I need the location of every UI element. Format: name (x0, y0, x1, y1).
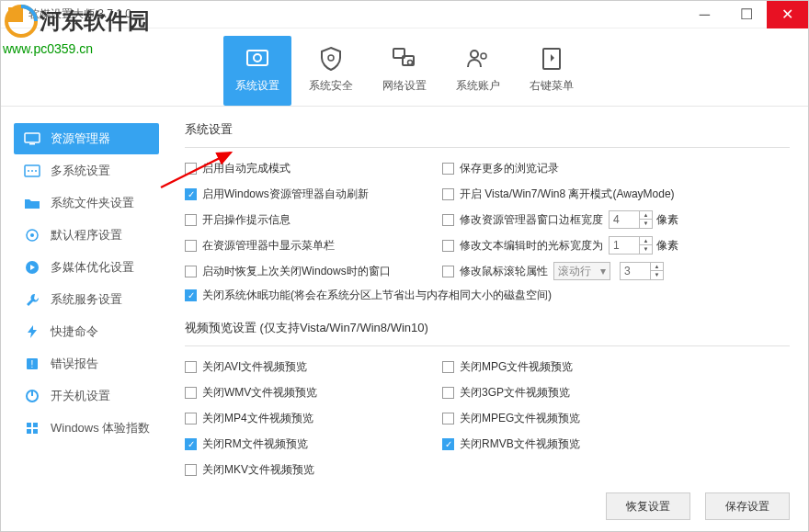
svg-rect-26 (33, 429, 38, 434)
opt-awaymode[interactable]: 开启 Vista/Win7/Win8 离开模式(AwayMode) (442, 185, 790, 203)
report-icon: ! (23, 357, 41, 371)
svg-rect-1 (247, 51, 268, 65)
opt-mpg[interactable]: 关闭MPG文件视频预览 (442, 357, 580, 376)
power-icon (23, 389, 41, 403)
save-button[interactable]: 保存设置 (705, 492, 790, 520)
tab-system-security[interactable]: 系统安全 (297, 36, 365, 106)
close-button[interactable]: ✕ (767, 1, 808, 28)
border-width-input[interactable]: 4▲▼ (609, 210, 653, 229)
opt-autorefresh[interactable]: ✓启用Windows资源管理器自动刷新 (185, 185, 442, 203)
sidebar-item-services[interactable]: 系统服务设置 (14, 284, 159, 315)
tab-system-accounts[interactable]: 系统账户 (444, 36, 512, 106)
svg-point-8 (481, 53, 486, 59)
sidebar-item-defaultapps[interactable]: 默认程序设置 (14, 220, 159, 251)
opt-mkv[interactable]: 关闭MKV文件视频预览 (185, 460, 442, 479)
opt-avi[interactable]: 关闭AVI文件视频预览 (185, 357, 442, 376)
tab-network-settings[interactable]: 网络设置 (370, 36, 439, 106)
svg-point-14 (31, 170, 33, 172)
opt-menubar[interactable]: 在资源管理器中显示菜单栏 (185, 236, 442, 255)
windows-icon (23, 421, 41, 436)
sidebar-item-sysfolders[interactable]: 系统文件夹设置 (14, 187, 159, 219)
wrench-icon (23, 292, 41, 307)
maximize-button[interactable]: ☐ (725, 1, 767, 28)
svg-text:!: ! (31, 359, 34, 369)
opt-borderwidth[interactable]: 修改资源管理器窗口边框宽度4▲▼像素 (442, 210, 790, 229)
sidebar-item-winindex[interactable]: Windows 体验指数 (14, 413, 159, 444)
window-title: 软媒设置大师 3.7.1.0 (28, 6, 684, 22)
sidebar: 资源管理器 多系统设置 系统文件夹设置 默认程序设置 多媒体优化设置 系统服务设… (1, 107, 166, 531)
opt-autocomplete[interactable]: 启用自动完成模式 (185, 159, 442, 177)
svg-point-13 (28, 170, 29, 172)
gear-icon (242, 43, 273, 74)
sidebar-item-multisystem[interactable]: 多系统设置 (14, 155, 159, 187)
sidebar-item-shortcuts[interactable]: 快捷命令 (14, 316, 159, 347)
svg-point-17 (30, 233, 34, 237)
svg-rect-11 (29, 143, 35, 145)
minimize-button[interactable]: ─ (684, 1, 725, 28)
svg-point-7 (471, 51, 478, 58)
opt-morehistory[interactable]: 保存更多的浏览记录 (442, 159, 790, 177)
scroll-mode-select[interactable]: 滚动行 (553, 262, 610, 280)
network-icon (389, 43, 420, 74)
main-panel: 系统设置 启用自动完成模式 ✓启用Windows资源管理器自动刷新 开启操作提示… (166, 107, 808, 531)
grid-icon (23, 164, 41, 178)
divider (185, 147, 790, 148)
app-icon (8, 7, 23, 22)
opt-3gp[interactable]: 关闭3GP文件视频预览 (442, 383, 580, 402)
top-nav: 系统设置 系统安全 网络设置 系统账户 右键菜单 (1, 28, 808, 107)
bolt-icon (23, 324, 41, 339)
opt-rmvb[interactable]: ✓关闭RMVB文件视频预览 (442, 435, 580, 453)
svg-rect-23 (27, 423, 31, 427)
opt-disable-hibernate[interactable]: ✓关闭系统休眠功能(将会在系统分区上节省出与内存相同大小的磁盘空间) (185, 288, 790, 303)
opt-rm[interactable]: ✓关闭RM文件视频预览 (185, 435, 442, 453)
sidebar-item-explorer[interactable]: 资源管理器 (14, 123, 159, 154)
monitor-icon (23, 131, 41, 146)
media-icon (23, 260, 41, 275)
opt-mp4[interactable]: 关闭MP4文件视频预览 (185, 409, 442, 427)
menu-icon (536, 43, 567, 74)
titlebar: 软媒设置大师 3.7.1.0 ─ ☐ ✕ (1, 1, 808, 28)
restore-button[interactable]: 恢复设置 (606, 492, 690, 520)
opt-tips[interactable]: 开启操作提示信息 (185, 210, 442, 229)
tab-context-menu[interactable]: 右键菜单 (518, 36, 586, 106)
users-icon (462, 43, 494, 74)
sidebar-item-errors[interactable]: !错误报告 (14, 348, 159, 379)
sidebar-item-power[interactable]: 开关机设置 (14, 380, 159, 412)
shield-icon (315, 43, 347, 74)
svg-rect-24 (33, 423, 38, 427)
tab-system-settings[interactable]: 系统设置 (223, 36, 291, 106)
opt-scrollwheel[interactable]: 修改鼠标滚轮属性滚动行3▲▼ (442, 262, 790, 280)
opt-wmv[interactable]: 关闭WMV文件视频预览 (185, 383, 442, 402)
opt-mpeg[interactable]: 关闭MPEG文件视频预览 (442, 409, 580, 427)
divider (185, 345, 790, 346)
svg-point-3 (328, 55, 334, 61)
opt-cursorwidth[interactable]: 修改文本编辑时的光标宽度为1▲▼像素 (442, 236, 790, 255)
svg-rect-10 (25, 133, 40, 142)
folder-icon (23, 196, 41, 210)
opt-restorewins[interactable]: 启动时恢复上次关闭Windows时的窗口 (185, 262, 442, 280)
svg-point-15 (35, 170, 37, 172)
gear-small-icon (23, 228, 41, 243)
svg-rect-25 (27, 429, 31, 434)
sidebar-item-multimedia[interactable]: 多媒体优化设置 (14, 252, 159, 283)
section-title-system: 系统设置 (185, 121, 790, 138)
cursor-width-input[interactable]: 1▲▼ (609, 236, 653, 255)
scroll-lines-input[interactable]: 3▲▼ (620, 262, 664, 280)
section-title-video: 视频预览设置 (仅支持Vista/Win7/Win8/Win10) (185, 320, 790, 336)
svg-point-2 (254, 54, 261, 62)
svg-point-6 (408, 61, 413, 65)
